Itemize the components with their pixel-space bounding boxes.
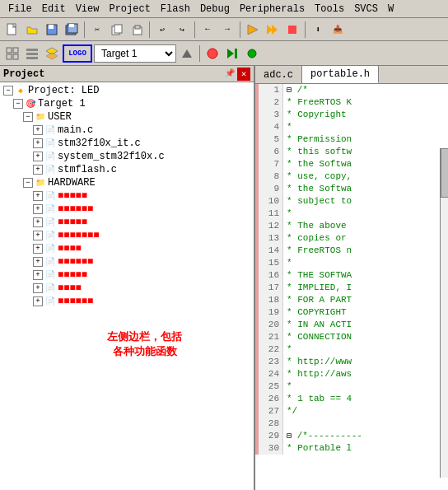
undo-btn[interactable]: ↩ <box>153 21 171 39</box>
tab-adc-c[interactable]: adc.c <box>255 66 302 83</box>
tree-main-c-label: main.c <box>58 124 93 136</box>
tree-spi-c[interactable]: + 📄 ■■■■■■ <box>0 295 254 308</box>
tree-expand-hardware[interactable]: − <box>23 178 33 188</box>
download2-btn[interactable]: 📥 <box>329 21 347 39</box>
save-all-btn[interactable] <box>63 21 81 39</box>
cut-btn[interactable]: ✂ <box>88 21 106 39</box>
debug-run-btn[interactable] <box>203 44 222 63</box>
code-line-7: * the Softwa <box>287 158 362 170</box>
editor-content[interactable]: 1 2 3 4 5 6 7 8 9 10 11 12 13 14 <box>255 84 448 490</box>
project-panel-controls: 📌 ✕ <box>224 68 250 81</box>
tree-expand-user[interactable]: − <box>23 112 33 122</box>
paste-btn[interactable] <box>128 21 146 39</box>
new-file-btn[interactable] <box>3 21 21 39</box>
tree-stm32-it[interactable]: + 📄 stm32f10x_it.c <box>0 137 254 150</box>
menu-edit[interactable]: Edit <box>37 2 71 16</box>
grid-btn[interactable] <box>3 44 21 63</box>
save-btn[interactable] <box>43 21 61 39</box>
line-num-1: 1 <box>262 84 279 96</box>
target-options-btn[interactable] <box>178 44 196 63</box>
download-btn[interactable]: ⬇ <box>309 21 327 39</box>
tree-expand-stmflash[interactable]: + <box>33 165 43 175</box>
tree-adc-c[interactable]: + 📄 ■■■■■■ <box>0 255 254 268</box>
toolbar-separator-2 <box>149 21 150 38</box>
menu-flash[interactable]: Flash <box>156 2 195 16</box>
main-area: Project 📌 ✕ − ◆ Project: LED − <box>0 66 448 490</box>
target-select[interactable]: Target 1 <box>94 44 176 63</box>
file-icon-stm32-it: 📄 <box>44 138 56 149</box>
tree-expand-delay-c[interactable]: + <box>33 217 43 227</box>
tree-expand-i2c-c[interactable]: + <box>33 283 43 293</box>
logo-btn[interactable]: LOGO <box>63 44 92 63</box>
tree-led-c[interactable]: + 📄 ■■■■■ <box>0 189 254 203</box>
line-num-16: 16 <box>262 269 279 282</box>
tree-dma-c[interactable]: + 📄 ■■■■■ <box>0 268 254 282</box>
tab-portable-h[interactable]: portable.h <box>302 66 379 83</box>
close-panel-icon[interactable]: ✕ <box>237 68 250 81</box>
tree-expand-system-stm32[interactable]: + <box>33 152 43 161</box>
tree-expand-target1[interactable]: − <box>13 99 23 109</box>
project-panel-title: Project <box>3 68 44 80</box>
debug-settings-btn[interactable] <box>243 44 261 63</box>
tree-expand-main-c[interactable]: + <box>33 125 43 135</box>
menu-file[interactable]: File <box>3 2 37 16</box>
tree-expand-usart-c[interactable]: + <box>33 231 43 240</box>
tree-expand-led-c[interactable]: + <box>33 191 43 201</box>
code-line-2: * FreeRTOS K <box>287 96 362 109</box>
line-num-9: 9 <box>262 183 279 195</box>
line-num-14: 14 <box>262 245 279 257</box>
code-line-26: * 1 tab == 4 <box>287 393 362 405</box>
line-num-17: 17 <box>262 282 279 294</box>
tree-hardware-folder[interactable]: − 📁 HARDWARE <box>0 176 254 189</box>
menu-peripherals[interactable]: Peripherals <box>235 2 310 16</box>
tree-delay-c[interactable]: + 📄 ■■■■■ <box>0 216 254 229</box>
code-text-area[interactable]: ⊟ /* * FreeRTOS K * Copyright * * Permis… <box>283 84 366 455</box>
toolbar-separator-3 <box>194 21 195 38</box>
tree-expand-root[interactable]: − <box>3 86 13 96</box>
svg-rect-19 <box>26 49 38 51</box>
debug-step-btn[interactable] <box>223 44 241 63</box>
nav-back-btn[interactable]: ← <box>198 21 217 39</box>
stop-btn[interactable] <box>283 21 301 39</box>
toolbar-separator-1 <box>84 21 85 38</box>
code-line-25: * <box>287 380 362 393</box>
tree-target1[interactable]: − 🎯 Target 1 <box>0 97 254 110</box>
line-num-4: 4 <box>262 121 279 133</box>
tree-expand-timer-c[interactable]: + <box>33 244 43 254</box>
tree-timer-c-label: ■■■■ <box>58 243 82 254</box>
file-icon-usart-c: 📄 <box>44 230 56 241</box>
build-all-btn[interactable] <box>264 21 282 39</box>
tree-i2c-c[interactable]: + 📄 ■■■■ <box>0 282 254 295</box>
line-num-19: 19 <box>262 306 279 319</box>
menu-view[interactable]: View <box>71 2 105 16</box>
tree-system-stm32[interactable]: + 📄 system_stm32f10x.c <box>0 150 254 163</box>
layers-btn[interactable] <box>43 44 61 63</box>
tree-expand-stm32-it[interactable]: + <box>33 138 43 148</box>
tree-root[interactable]: − ◆ Project: LED <box>0 84 254 97</box>
build-btn[interactable] <box>244 21 262 39</box>
tree-timer-c[interactable]: + 📄 ■■■■ <box>0 242 254 255</box>
tree-expand-adc-c[interactable]: + <box>33 257 43 267</box>
file-icon-spi-c: 📄 <box>44 296 56 307</box>
menu-project[interactable]: Project <box>104 2 155 16</box>
menu-w[interactable]: W <box>383 2 399 16</box>
redo-btn[interactable]: ↪ <box>173 21 191 39</box>
tree-usart-c[interactable]: + 📄 ■■■■■■■ <box>0 229 254 242</box>
nav-forward-btn[interactable]: → <box>218 21 236 39</box>
copy-btn[interactable] <box>108 21 126 39</box>
tree-stmflash[interactable]: + 📄 stmflash.c <box>0 163 254 176</box>
line-num-12: 12 <box>262 220 279 232</box>
pin-icon[interactable]: 📌 <box>224 68 236 79</box>
tree-expand-dma-c[interactable]: + <box>33 270 43 280</box>
grid2-btn[interactable] <box>23 44 41 63</box>
tree-user-folder[interactable]: − 📁 USER <box>0 110 254 124</box>
tree-key-c[interactable]: + 📄 ■■■■■■ <box>0 203 254 216</box>
tree-expand-spi-c[interactable]: + <box>33 296 43 306</box>
tree-main-c[interactable]: + 📄 main.c <box>0 124 254 137</box>
menu-debug[interactable]: Debug <box>195 2 235 16</box>
tree-expand-key-c[interactable]: + <box>33 204 43 214</box>
tree-system-stm32-label: system_stm32f10x.c <box>58 151 165 162</box>
open-file-btn[interactable] <box>23 21 41 39</box>
menu-tools[interactable]: Tools <box>310 2 349 16</box>
menu-svcs[interactable]: SVCS <box>349 2 383 16</box>
